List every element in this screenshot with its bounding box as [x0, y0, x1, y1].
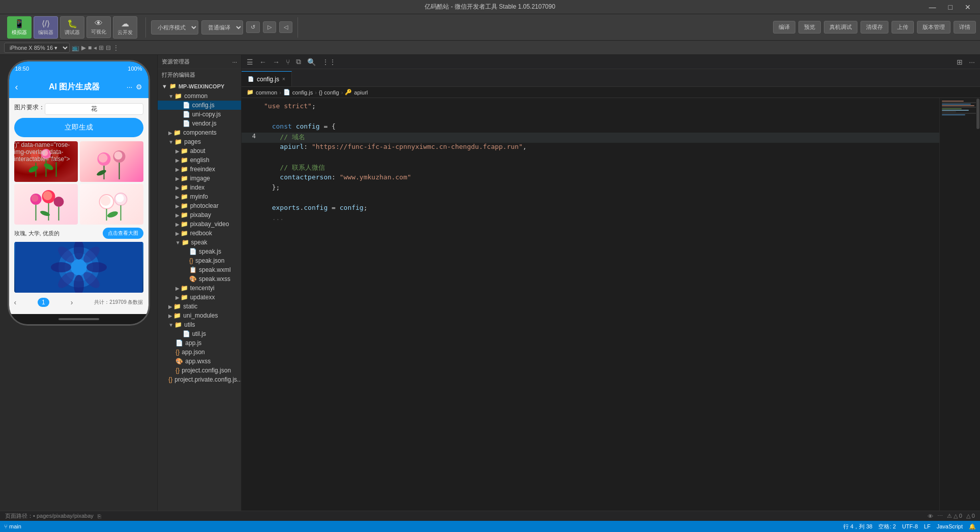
tree-item-updatexx[interactable]: ▶📁updatexx [158, 293, 241, 302]
tree-item-pixabay[interactable]: ▶📁pixabay [158, 210, 241, 220]
more-bottom-icon[interactable]: ⋯ [937, 513, 943, 519]
refresh-button[interactable]: ↺ [246, 21, 260, 33]
tree-item-components[interactable]: ▶📁components [158, 128, 241, 137]
stop-icon[interactable]: ■ [88, 44, 92, 51]
clear-button[interactable]: 清缓存 [860, 21, 888, 34]
split-icon[interactable]: ⊟ [106, 44, 111, 51]
cloud-button[interactable]: ☁ 云开发 [113, 16, 137, 39]
tab-file-icon: 📄 [248, 76, 254, 82]
nav-forward-button[interactable]: → [271, 57, 282, 67]
tree-item-project.private.config.js...[interactable]: {}project.private.config.js... [158, 375, 241, 384]
statusbar-bell[interactable]: 🔔 [969, 523, 976, 530]
device-select[interactable]: iPhone X 85% 16 ▾ [4, 43, 70, 53]
copy-path-icon[interactable]: ⎘ [98, 513, 101, 519]
bottom-path[interactable]: 页面路径：• pages/pixabay/pixabay [5, 512, 94, 520]
tree-item-speak[interactable]: ▼📁speak [158, 238, 241, 247]
phone-settings-icon[interactable]: ⚙ [136, 83, 142, 91]
statusbar-encoding[interactable]: UTF-8 [902, 523, 918, 529]
tree-item-photoclear[interactable]: ▶📁photoclear [158, 201, 241, 210]
tree-item-pages[interactable]: ▼📁pages [158, 137, 241, 146]
phone-more-icon[interactable]: ··· [127, 83, 133, 91]
editor-tab-config[interactable]: 📄 config.js × [242, 71, 292, 86]
screen-icon[interactable]: 📺 [72, 44, 79, 51]
editor-scrollbar[interactable] [976, 98, 980, 517]
phone-generate-button[interactable]: 立即生成 [14, 118, 143, 137]
preview-button[interactable]: 预览 [798, 21, 821, 34]
breadcrumb-common-text: common [256, 89, 277, 96]
preview-icon[interactable]: 👁 [928, 513, 933, 519]
compile-select[interactable]: 普通编译 [201, 20, 243, 35]
search-editor-button[interactable]: 🔍 [305, 57, 318, 67]
tree-item-speak.wxss[interactable]: 🎨speak.wxss [158, 274, 241, 284]
editor-button[interactable]: ⟨/⟩ 编辑器 [34, 16, 58, 39]
more-editor-button[interactable]: ⋮⋮ [320, 57, 338, 67]
tree-item-speak.wxml[interactable]: 📋speak.wxml [158, 265, 241, 274]
tree-item-utils[interactable]: ▼📁utils [158, 320, 241, 329]
debugger-button[interactable]: 🐛 调试器 [60, 16, 84, 39]
play-icon[interactable]: ▶ [81, 44, 86, 51]
tree-item-imgage[interactable]: ▶📁imgage [158, 174, 241, 183]
tree-item-tencentyi[interactable]: ▶📁tencentyi [158, 284, 241, 293]
tree-item-util.js[interactable]: 📄util.js [158, 329, 241, 338]
statusbar-branch[interactable]: ⑂ main [4, 523, 21, 529]
tree-item-project.config.json[interactable]: {}project.config.json [158, 366, 241, 375]
split-editor-button[interactable]: ⧉ [294, 56, 303, 67]
simulator-label: 模拟器 [12, 29, 27, 36]
phone-search-value[interactable]: 花 [45, 103, 143, 115]
grid-icon[interactable]: ⊞ [99, 44, 104, 51]
tree-item-redbook[interactable]: ▶📁redbook [158, 229, 241, 238]
tree-item-common[interactable]: ▼📁common [158, 91, 241, 101]
statusbar-spaces[interactable]: 空格: 2 [878, 523, 896, 530]
forward-button[interactable]: ▷ [263, 21, 276, 33]
close-button[interactable]: ✕ [961, 2, 975, 12]
tree-item-app.js[interactable]: 📄app.js [158, 338, 241, 348]
sidebar-toggle-button[interactable]: ☰ [245, 57, 255, 67]
mode-select[interactable]: 小程序模式 [151, 20, 198, 35]
tree-item-vendor.js[interactable]: 📄vendor.js [158, 119, 241, 128]
visualize-button[interactable]: 👁 可视化 [86, 16, 111, 38]
tree-item-speak.json[interactable]: {}speak.json [158, 256, 241, 265]
split-right-button[interactable]: ⊞ [955, 57, 965, 67]
details-button[interactable]: 详情 [954, 21, 976, 34]
version-button[interactable]: 版本管理 [917, 21, 951, 34]
tree-item-speak.js[interactable]: 📄speak.js [158, 247, 241, 256]
tree-item-pixabay_video[interactable]: ▶📁pixabay_video [158, 220, 241, 229]
filetree-more-button[interactable]: ··· [232, 59, 237, 65]
tree-item-uni-copy.js[interactable]: 📄uni-copy.js [158, 110, 241, 119]
statusbar-line-endings[interactable]: LF [924, 523, 931, 529]
tree-item-uni_modules[interactable]: ▶📁uni_modules [158, 311, 241, 320]
maximize-button[interactable]: □ [944, 2, 957, 12]
project-name[interactable]: MP-WEIXINCOPY [179, 83, 224, 89]
phone-view-button[interactable]: 点击查看大图 [103, 228, 143, 239]
tree-item-app.wxss[interactable]: 🎨app.wxss [158, 357, 241, 366]
tree-item-freeindex[interactable]: ▶📁freeindex [158, 165, 241, 174]
tree-item-about[interactable]: ▶📁about [158, 146, 241, 155]
back2-icon[interactable]: ◂ [94, 44, 97, 51]
line-content-12: ... [262, 214, 939, 224]
git-icon[interactable]: ⑂ [284, 57, 292, 67]
tree-item-english[interactable]: ▶📁english [158, 155, 241, 165]
tree-item-app.json[interactable]: {}app.json [158, 348, 241, 357]
statusbar-line-col[interactable]: 行 4，列 38 [843, 523, 872, 530]
phone-next-button[interactable]: › [71, 298, 73, 306]
code-editor[interactable]: "use strict"; const config = { 4 // 域名 [242, 98, 939, 517]
more-icon[interactable]: ⋮ [113, 44, 119, 51]
minimize-button[interactable]: — [925, 2, 940, 12]
nav-back-button[interactable]: ← [257, 57, 269, 67]
tree-item-index[interactable]: ▶📁index [158, 183, 241, 192]
editor-more-button[interactable]: ··· [967, 57, 977, 67]
phone-back-button[interactable]: ‹ [15, 82, 18, 92]
real-machine-button[interactable]: 真机调试 [824, 21, 857, 34]
translate-button[interactable]: 编译 [773, 21, 795, 34]
scrollbar-thumb[interactable] [976, 99, 979, 129]
upload-button[interactable]: 上传 [892, 21, 914, 34]
tree-item-myinfo[interactable]: ▶📁myinfo [158, 192, 241, 201]
statusbar-language[interactable]: JavaScript [937, 523, 963, 529]
phone-prev-button[interactable]: ‹ [14, 298, 17, 306]
tree-item-config.js[interactable]: 📄config.js [158, 101, 241, 110]
simulator-button[interactable]: 📱 模拟器 [7, 16, 32, 39]
tab-close-button[interactable]: × [282, 76, 285, 82]
back-button[interactable]: ◁ [279, 21, 292, 33]
open-editors-section[interactable]: 打开的编辑器 [158, 69, 241, 81]
tree-item-static[interactable]: ▶📁static [158, 302, 241, 311]
